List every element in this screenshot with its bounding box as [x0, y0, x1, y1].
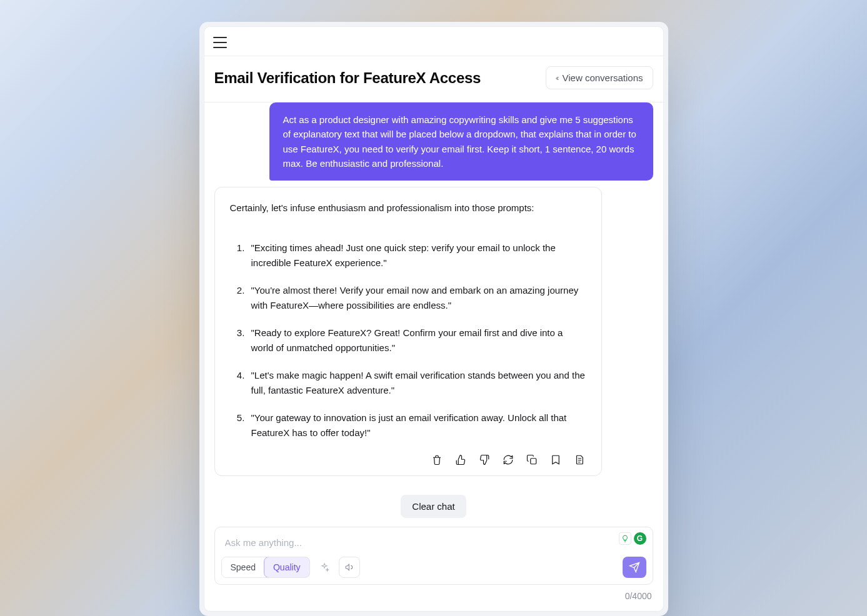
assistant-intro-text: Certainly, let's infuse enthusiasm and p…	[230, 201, 586, 216]
copy-icon[interactable]	[525, 453, 539, 467]
list-item: "Exciting times ahead! Just one quick st…	[248, 241, 586, 271]
header-row: Email Verification for FeatureX Access ‹…	[204, 56, 663, 102]
quality-mode-button[interactable]: Quality	[264, 557, 310, 578]
composer-badges: G	[619, 532, 646, 545]
app-window: Email Verification for FeatureX Access ‹…	[199, 22, 668, 616]
top-bar	[204, 27, 663, 56]
send-button[interactable]	[623, 557, 646, 578]
chat-area: Act as a product designer with amazing c…	[204, 102, 663, 611]
bookmark-icon[interactable]	[549, 453, 563, 467]
menu-icon[interactable]	[213, 37, 227, 48]
thumbs-down-icon[interactable]	[478, 453, 491, 467]
document-icon[interactable]	[573, 453, 586, 467]
chevrons-left-icon: ‹‹	[556, 73, 558, 82]
trash-icon[interactable]	[430, 453, 444, 467]
clear-chat-button[interactable]: Clear chat	[401, 495, 466, 518]
clear-chat-row: Clear chat	[214, 495, 653, 518]
svg-rect-0	[530, 458, 536, 464]
view-conversations-button[interactable]: ‹‹ View conversations	[546, 66, 653, 89]
list-item: "Your gateway to innovation is just an e…	[248, 410, 586, 440]
assistant-message-bubble: Certainly, let's infuse enthusiasm and p…	[214, 187, 602, 476]
character-counter: 0/4000	[214, 591, 652, 601]
thumbs-up-icon[interactable]	[454, 453, 468, 467]
user-message-text: Act as a product designer with amazing c…	[283, 114, 636, 169]
view-conversations-label: View conversations	[563, 72, 643, 83]
message-actions	[230, 453, 586, 467]
composer: G Speed Quality	[214, 527, 653, 585]
speed-mode-button[interactable]: Speed	[222, 557, 264, 577]
main-panel: Email Verification for FeatureX Access ‹…	[204, 26, 664, 612]
composer-toolbar: Speed Quality	[221, 557, 646, 578]
grammarly-badge-icon[interactable]: G	[634, 532, 646, 545]
bulb-badge-icon[interactable]	[619, 532, 631, 545]
list-item: "Let's make magic happen! A swift email …	[248, 368, 586, 398]
list-item: "Ready to explore FeatureX? Great! Confi…	[248, 325, 586, 355]
composer-left-controls: Speed Quality	[221, 557, 360, 578]
user-message-bubble: Act as a product designer with amazing c…	[269, 102, 653, 181]
list-item: "You're almost there! Verify your email …	[248, 283, 586, 313]
suggestion-list: "Exciting times ahead! Just one quick st…	[230, 241, 586, 440]
chat-input[interactable]	[221, 534, 646, 557]
megaphone-icon[interactable]	[339, 557, 360, 578]
page-title: Email Verification for FeatureX Access	[214, 69, 481, 87]
refresh-icon[interactable]	[501, 453, 515, 467]
mode-segment: Speed Quality	[221, 557, 310, 578]
sparkle-icon[interactable]	[314, 557, 335, 578]
